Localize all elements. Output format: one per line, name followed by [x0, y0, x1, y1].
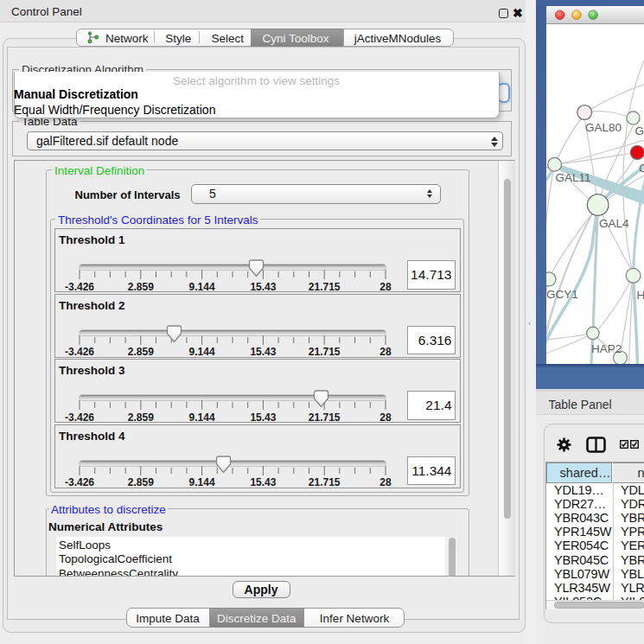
svg-text:GAL11: GAL11	[555, 171, 590, 184]
svg-text:GAL4: GAL4	[599, 216, 629, 229]
svg-text:GCY1: GCY1	[546, 288, 578, 301]
svg-text:CO: CO	[639, 162, 644, 175]
svg-text:GA: GA	[634, 124, 644, 137]
svg-text:HI: HI	[636, 289, 644, 302]
svg-text:HAP2: HAP2	[591, 341, 622, 354]
svg-text:GAL80: GAL80	[585, 121, 622, 134]
